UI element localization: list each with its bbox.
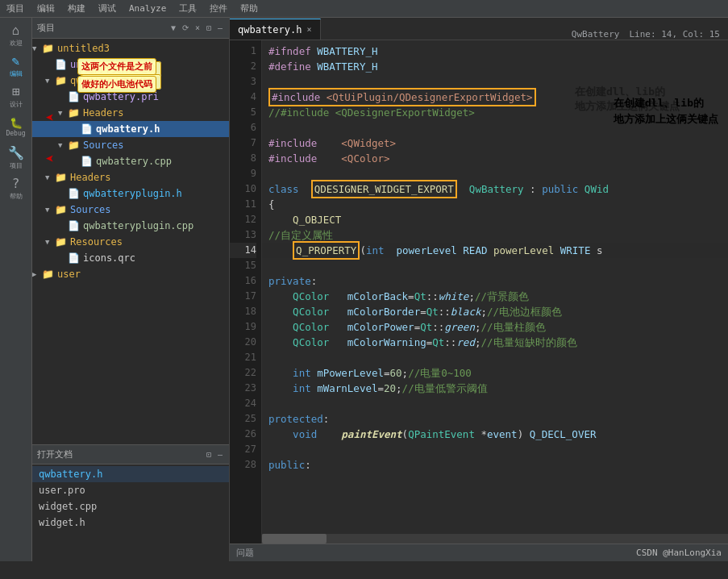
line-numbers: 1 2 3 4 5 6 7 8 9 10 11 12 13 14 15 16 1	[230, 40, 262, 544]
tab-qwbatteryh[interactable]: qwbattery.h ×	[230, 19, 321, 40]
sidebar-design[interactable]: ⊞ 设计	[2, 82, 31, 111]
sidebar-edit[interactable]: ✎ 编辑	[2, 52, 31, 81]
tree-item-sources1[interactable]: ▼ 📁 Sources	[32, 137, 229, 153]
tree-item-headers1[interactable]: ▼ 📁 Headers	[32, 105, 229, 121]
arrow-headers1: ▼	[58, 109, 68, 117]
file-icon-qwbatteryh: 📄	[81, 123, 94, 135]
sidebar-help-label: 帮助	[10, 192, 23, 201]
code-line-14: Q_PROPERTY (int powerLevel READ powerLev…	[262, 243, 728, 258]
tab-qwbatteryh-label: qwbattery.h	[238, 24, 302, 35]
include-highlight-box: #include <QtUiPlugin/QDesignerExportWidg…	[268, 88, 536, 106]
sidebar-welcome-label: 欢迎	[10, 39, 23, 48]
line-num-16: 16	[230, 273, 256, 289]
tree-item-qwbatterypluginth[interactable]: 📄 qwbatteryplugin.h	[32, 185, 229, 202]
open-files-minimize[interactable]: —	[216, 450, 224, 459]
tree-item-qwbattery-folder[interactable]: ▼ 📁 qwbattery	[32, 73, 229, 89]
horizontal-scrollbar[interactable]	[262, 534, 728, 544]
arrow-untitled3: ▼	[32, 44, 42, 52]
code-content[interactable]: #ifndef WBATTERY_H #define WBATTERY_H #i…	[262, 40, 728, 544]
filter-btn[interactable]: ▼	[169, 23, 177, 32]
label-qwbatteryh: qwbattery.h	[96, 123, 160, 135]
file-icon-untitled3pro: 📄	[55, 59, 68, 70]
line-num-26: 26	[230, 427, 256, 442]
project-panel: 项目 ▼ ⟳ × ⊡ — ▼ 📁 untitled3	[32, 18, 230, 561]
open-file-qwbatteryh[interactable]: qwbattery.h	[32, 466, 229, 482]
sync-btn[interactable]: ⟳	[181, 23, 190, 32]
open-files-title: 打开文档	[37, 448, 73, 460]
line-num-7: 7	[230, 135, 256, 151]
menu-tools[interactable]: 工具	[176, 2, 200, 15]
line-num-10: 10	[230, 181, 256, 197]
tree-item-resources[interactable]: ▼ 📁 Resources	[32, 234, 229, 250]
folder-icon-qwbattery: 📁	[55, 75, 68, 86]
code-line-22: int mPowerLevel=60;//电量0~100	[262, 365, 728, 381]
tree-item-untitled3pro[interactable]: 📄 untitled3.pro	[32, 56, 229, 73]
label-qwbatterycpp: qwbattery.cpp	[96, 156, 172, 167]
code-editor[interactable]: 1 2 3 4 5 6 7 8 9 10 11 12 13 14 15 16 1	[230, 40, 728, 544]
menu-controls[interactable]: 控件	[206, 2, 231, 15]
line-num-4: 4	[230, 90, 256, 105]
sidebar-project[interactable]: 🔧 项目	[2, 144, 31, 173]
minimize-btn[interactable]: —	[216, 23, 224, 32]
code-line-11: {	[262, 197, 728, 212]
attribution-text: CSDN @HanLongXia	[636, 548, 722, 558]
code-line-6	[262, 120, 728, 135]
arrow-qwbattery: ▼	[45, 77, 55, 85]
line-num-6: 6	[230, 120, 256, 135]
open-files-float[interactable]: ⊡	[205, 450, 213, 459]
code-line-15	[262, 258, 728, 273]
sidebar-welcome[interactable]: ⌂ 欢迎	[2, 21, 31, 50]
menu-edit[interactable]: 编辑	[34, 2, 58, 15]
line-num-13: 13	[230, 227, 256, 243]
menu-debug[interactable]: 调试	[95, 2, 119, 15]
arrow-user: ▶	[32, 270, 42, 278]
label-iconsqrc: icons.qrc	[83, 252, 135, 264]
tree-item-user[interactable]: ▶ 📁 user	[32, 266, 229, 282]
line-num-17: 17	[230, 289, 256, 304]
menu-project[interactable]: 项目	[3, 2, 27, 15]
sidebar-debug[interactable]: 🐛 Debug	[2, 113, 31, 142]
project-panel-header: 项目 ▼ ⟳ × ⊡ —	[32, 18, 229, 39]
folder-icon-headers1: 📁	[68, 107, 81, 119]
tree-item-qwbatteryplugincpp[interactable]: 📄 qwbatteryplugin.cpp	[32, 218, 229, 234]
open-files-panel: 打开文档 ⊡ — qwbattery.h user.pro widget.cpp	[32, 444, 229, 561]
tree-item-sources2[interactable]: ▼ 📁 Sources	[32, 202, 229, 218]
tree-item-qwbatteryh[interactable]: 📄 qwbattery.h	[32, 121, 229, 137]
menu-analyze[interactable]: Analyze	[126, 3, 169, 14]
tree-item-untitled3[interactable]: ▼ 📁 untitled3	[32, 40, 229, 56]
open-file-widgetcpp[interactable]: widget.cpp	[32, 498, 229, 514]
tree-item-iconsqrc[interactable]: 📄 icons.qrc	[32, 250, 229, 266]
folder-icon-sources2: 📁	[55, 204, 68, 215]
menu-build[interactable]: 构建	[64, 2, 89, 15]
edit-icon: ✎	[12, 55, 20, 68]
line-num-20: 20	[230, 335, 256, 350]
tab-close-btn[interactable]: ×	[306, 25, 311, 34]
code-line-21	[262, 350, 728, 365]
code-line-10: class QDESIGNER_WIDGET_EXPORT QwBattery …	[262, 181, 728, 197]
tree-item-headers2[interactable]: ▼ 📁 Headers	[32, 169, 229, 185]
float-btn[interactable]: ⊡	[205, 23, 213, 32]
tree-item-qwbatterypri[interactable]: 📄 qwbattery.pri	[32, 89, 229, 105]
menu-help[interactable]: 帮助	[237, 2, 261, 15]
line-num-5: 5	[230, 105, 256, 120]
sidebar-design-label: 设计	[10, 100, 23, 109]
scrollbar-thumb[interactable]	[262, 534, 327, 544]
close-panel-btn[interactable]: ×	[193, 23, 202, 32]
code-line-24	[262, 396, 728, 411]
sidebar-project-label: 项目	[10, 161, 23, 170]
tree-item-qwbatterycpp[interactable]: 📄 qwbattery.cpp	[32, 153, 229, 169]
open-files-header: 打开文档 ⊡ —	[32, 445, 229, 464]
code-line-12: Q_OBJECT	[262, 212, 728, 227]
code-line-16: private:	[262, 273, 728, 289]
sidebar-debug-label: Debug	[6, 130, 25, 137]
sidebar-help[interactable]: ? 帮助	[2, 174, 31, 203]
debug-icon: 🐛	[10, 118, 23, 128]
open-file-widgeth[interactable]: widget.h	[32, 514, 229, 531]
label-user: user	[57, 269, 81, 280]
project-panel-title: 项目	[37, 22, 55, 34]
problems-tab[interactable]: 问题	[236, 547, 254, 559]
label-qwbatterypri: qwbattery.pri	[83, 91, 159, 102]
code-line-19: QColor mColorPower=Qt::green;//电量柱颜色	[262, 319, 728, 335]
open-file-userpro[interactable]: user.pro	[32, 482, 229, 498]
code-line-5: //#include <QDesignerExportWidget>	[262, 105, 728, 120]
